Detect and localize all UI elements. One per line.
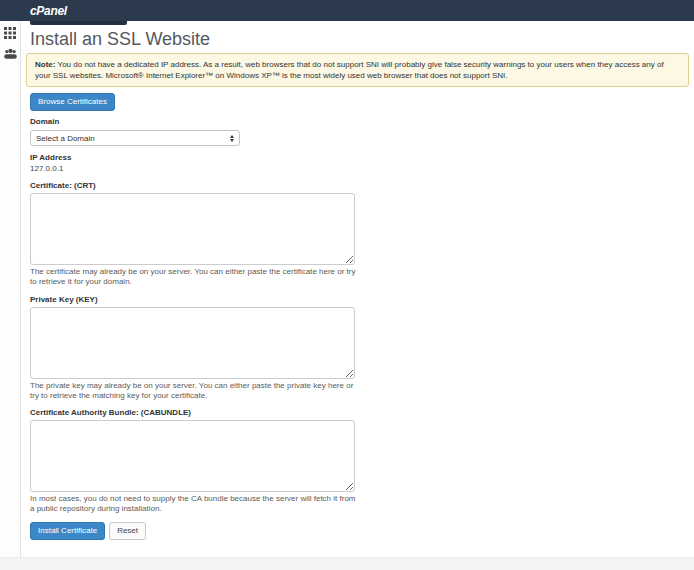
private-key-label: Private Key (KEY) [30,295,689,305]
cpanel-logo[interactable]: cPanel [30,4,67,18]
user-groups-icon[interactable] [4,48,17,60]
ca-bundle-help-text: In most cases, you do not need to supply… [30,494,362,514]
main-content: Install an SSL Website Note: You do not … [21,21,694,557]
ip-address-value: 127.0.0.1 [30,164,689,174]
select-stepper-icon [230,135,234,142]
form-actions: Install Certificate Reset [30,522,689,540]
certificate-textarea[interactable] [30,193,355,265]
apps-grid-icon[interactable] [4,27,17,39]
certificate-help-text: The certificate may already be on your s… [30,267,362,287]
note-label: Note: [35,60,55,69]
ca-bundle-label: Certificate Authority Bundle: (CABUNDLE) [30,408,689,418]
private-key-help-text: The private key may already be on your s… [30,381,362,401]
browse-certificates-button[interactable]: Browse Certificates [30,93,115,111]
ca-bundle-textarea[interactable] [30,420,355,492]
reset-button[interactable]: Reset [109,522,146,540]
bottom-strip [0,557,694,570]
domain-label: Domain [30,117,689,127]
left-sidebar [0,21,21,557]
domain-select-value: Select a Domain [36,134,95,143]
page-title: Install an SSL Website [30,29,689,49]
header-dropdown-shadow [30,21,127,25]
cpanel-ssl-install-page: cPanel [0,0,694,570]
note-text: You do not have a dedicated IP address. … [35,60,664,80]
install-certificate-button[interactable]: Install Certificate [30,522,105,540]
certificate-label: Certificate: (CRT) [30,181,689,191]
top-header-bar: cPanel [0,0,694,21]
domain-select[interactable]: Select a Domain [30,130,240,146]
ip-address-label: IP Address [30,153,689,163]
sni-warning-note: Note: You do not have a dedicated IP add… [26,53,689,87]
private-key-textarea[interactable] [30,307,355,379]
